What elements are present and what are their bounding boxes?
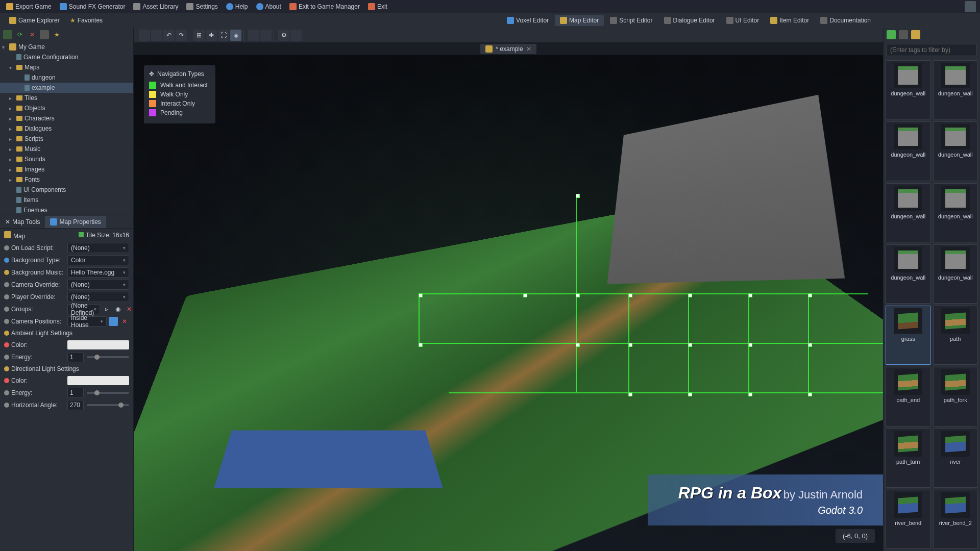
tile-palette-item[interactable]: river_bend [886,490,931,549]
tile-palette-item[interactable]: dungeon_wall [933,60,978,119]
redo-button[interactable]: ↷ [176,30,187,41]
tree-item[interactable]: ▸Images [0,164,133,174]
tile-palette-item[interactable]: dungeon_wall [933,121,978,181]
directional-energy-slider[interactable] [87,392,129,394]
tile-filter-input[interactable] [887,44,977,56]
groups-dropdown[interactable]: (None Defined)▾ [67,304,100,314]
rename-button[interactable] [40,30,49,39]
favorite-button[interactable]: ★ [52,30,61,39]
tile-palette-item[interactable]: dungeon_wall [933,183,978,242]
menu-settings[interactable]: Settings [182,0,222,13]
tree-item[interactable]: UI Components [0,185,133,195]
tree-item[interactable]: Items [0,195,133,205]
tab-dialogue-editor[interactable]: Dialogue Editor [659,15,720,26]
on-load-script-dropdown[interactable]: (None)▾ [67,243,129,253]
tab-ui-editor[interactable]: UI Editor [721,15,765,26]
delete-button[interactable]: ✕ [28,30,37,39]
menu-asset-library[interactable]: Asset Library [129,0,182,13]
avatar[interactable] [965,1,976,12]
menu-exit-manager[interactable]: Exit to Game Manager [285,0,364,13]
tile-palette-item[interactable]: dungeon_wall [933,244,978,304]
tree-item[interactable]: ▸Fonts [0,174,133,185]
camera-override-dropdown[interactable]: (None)▾ [67,280,129,290]
horizontal-angle-input[interactable] [67,400,84,410]
camera-positions-dropdown[interactable]: Inside House▾ [67,316,107,327]
bg-type-dropdown[interactable]: Color▾ [67,255,129,265]
bg-music-dropdown[interactable]: Hello There.ogg▾ [67,267,129,278]
tree-item[interactable]: Enemies [0,205,133,215]
tile-mode-3-button[interactable] [911,30,920,39]
menu-help[interactable]: Help [222,0,252,13]
project-tree[interactable]: ▾My Game Game Configuration▾Mapsdungeone… [0,42,133,215]
tab-voxel-editor[interactable]: Voxel Editor [502,15,554,26]
menu-exit[interactable]: Exit [364,0,391,13]
tree-item[interactable]: ▸Objects [0,103,133,113]
tab-map-tools[interactable]: ✕Map Tools [0,216,45,228]
tile-mode-2-button[interactable] [899,30,908,39]
menu-about[interactable]: About [252,0,285,13]
tree-root[interactable]: ▾My Game [0,42,133,52]
close-tab-button[interactable]: ✕ [526,45,531,53]
map-viewport[interactable]: ✥Navigation Types Walk and InteractWalk … [134,55,883,551]
ambient-energy-input[interactable] [67,352,84,362]
view-button[interactable] [290,30,302,41]
tile-palette-item[interactable]: path_fork [933,367,978,426]
groups-delete-button[interactable]: ✕ [125,305,133,314]
tab-map-editor[interactable]: Map Editor [555,15,604,26]
tree-item[interactable]: ▸Tiles [0,93,133,103]
tree-item[interactable]: Game Configuration [0,52,133,62]
tree-item[interactable]: ▸Dialogues [0,123,133,134]
tile-palette-item[interactable]: dungeon_wall [886,244,931,304]
tree-item[interactable]: ▸Music [0,144,133,154]
tile-palette[interactable]: dungeon_walldungeon_walldungeon_walldung… [884,58,980,551]
tile-palette-item[interactable]: path_end [886,367,931,426]
tile-palette-item[interactable]: path_turn [886,429,931,488]
tree-item[interactable]: ▸Sounds [0,154,133,164]
camera-pos-edit-button[interactable] [109,317,118,326]
groups-view-button[interactable]: ◉ [113,305,122,314]
tree-item[interactable]: ▾Maps [0,62,133,72]
tile-palette-item[interactable]: dungeon_wall [886,183,931,242]
tree-item[interactable]: example [0,83,133,93]
player-override-dropdown[interactable]: (None)▾ [67,292,129,302]
tab-favorites[interactable]: ★Favorites [67,15,106,26]
settings-button[interactable]: ⚙ [278,30,289,41]
save-button[interactable] [151,30,162,41]
tab-documentation[interactable]: Documentation [815,15,876,26]
camera-pos-delete-button[interactable]: ✕ [120,317,129,326]
tile-palette-item[interactable]: dungeon_wall [886,121,931,181]
tile-palette-item[interactable]: dungeon_wall [886,60,931,119]
tile-mode-1-button[interactable] [887,30,896,39]
layer-button-1[interactable] [248,30,259,41]
new-file-button[interactable] [3,30,12,39]
tile-palette-item[interactable]: river [933,429,978,488]
map-file-tab[interactable]: * example ✕ [480,44,536,54]
tree-item[interactable]: ▸Scripts [0,134,133,144]
tab-item-editor[interactable]: Item Editor [765,15,814,26]
ambient-energy-slider[interactable] [87,356,129,358]
nav-button[interactable]: ◈ [230,30,241,41]
expand-button[interactable]: ⛶ [218,30,229,41]
menu-export-game[interactable]: Export Game [2,0,56,13]
snap-button[interactable]: ✚ [206,30,217,41]
menu-sound-fx[interactable]: Sound FX Generator [56,0,130,13]
tab-map-properties[interactable]: Map Properties [45,216,106,228]
new-map-button[interactable] [139,30,150,41]
tree-item[interactable]: ▸Characters [0,113,133,123]
tile-palette-item[interactable]: grass [886,306,931,365]
ambient-color-picker[interactable] [67,340,129,349]
horizontal-angle-slider[interactable] [87,404,129,406]
layer-button-2[interactable] [260,30,272,41]
undo-button[interactable]: ↶ [163,30,175,41]
tab-script-editor[interactable]: Script Editor [605,15,657,26]
grid-button[interactable]: ⊞ [193,30,205,41]
tile-palette-item[interactable]: path [933,306,978,365]
directional-color-picker[interactable] [67,376,129,385]
refresh-button[interactable]: ⟳ [15,30,24,39]
tab-game-explorer[interactable]: Game Explorer [6,15,63,26]
groups-select-button[interactable]: ▹ [102,305,111,314]
tree-item[interactable]: dungeon [0,72,133,83]
tile-palette-item[interactable]: river_bend_2 [933,490,978,549]
music-icon [4,270,9,275]
directional-energy-input[interactable] [67,388,84,398]
